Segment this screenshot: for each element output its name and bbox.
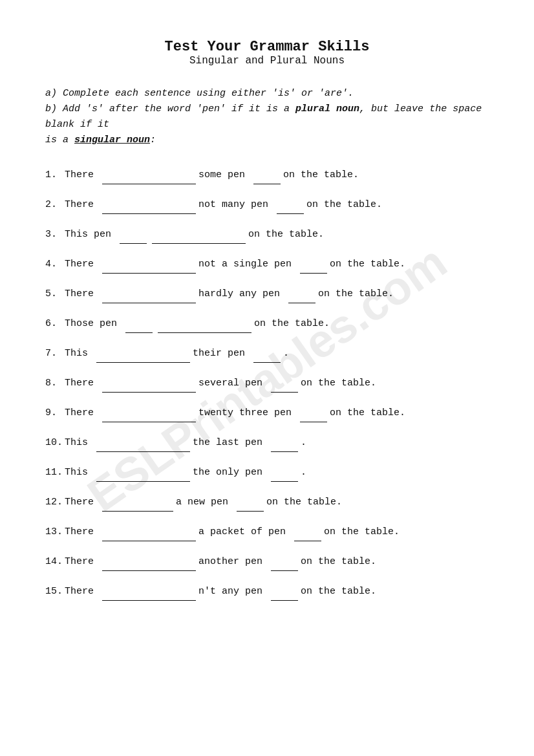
blank-short[interactable] bbox=[277, 196, 304, 214]
sentence-row: 7.This their pen . bbox=[45, 345, 489, 363]
blank-long[interactable] bbox=[102, 374, 196, 393]
sentence-number: 5. bbox=[45, 288, 65, 299]
sentence-text: There a new pen on the table. bbox=[65, 493, 489, 512]
sentence-word: . bbox=[301, 467, 306, 478]
sentence-word: There bbox=[65, 259, 100, 270]
blank-short[interactable] bbox=[253, 345, 281, 363]
blank-long[interactable] bbox=[96, 464, 190, 482]
sentence-row: 10.This the last pen . bbox=[45, 434, 489, 452]
sentence-text: There several pen on the table. bbox=[65, 374, 489, 393]
blank-short[interactable] bbox=[271, 464, 298, 482]
sentences-container: 1.There some pen on the table. 2.There n… bbox=[45, 166, 489, 601]
sentence-word: This pen bbox=[65, 229, 117, 240]
instruction-b-4: : bbox=[150, 135, 156, 146]
sentence-row: 14.There another pen on the table. bbox=[45, 553, 489, 571]
sentence-row: 13.There a packet of pen on the table. bbox=[45, 523, 489, 541]
sentence-text: Those pen on the table. bbox=[65, 315, 489, 333]
blank-long[interactable] bbox=[102, 583, 196, 601]
sentence-text: There a packet of pen on the table. bbox=[65, 523, 489, 541]
sentence-text: There twenty three pen on the table. bbox=[65, 404, 489, 422]
sentence-row: 4.There not a single pen on the table. bbox=[45, 255, 489, 274]
sentence-number: 8. bbox=[45, 378, 65, 389]
sentence-word: There bbox=[65, 378, 100, 389]
blank-short[interactable] bbox=[271, 434, 298, 452]
sentence-text: This pen on the table. bbox=[65, 226, 489, 244]
blank-short[interactable] bbox=[271, 374, 298, 393]
blank-long[interactable] bbox=[102, 523, 196, 541]
instruction-b-bold: plural noun bbox=[295, 103, 359, 114]
sentence-text: This the last pen . bbox=[65, 434, 489, 452]
sentence-word: on the table. bbox=[283, 169, 359, 180]
sentence-row: 11.This the only pen . bbox=[45, 464, 489, 482]
sentence-text: This the only pen . bbox=[65, 464, 489, 482]
sentence-row: 1.There some pen on the table. bbox=[45, 166, 489, 184]
sentence-number: 14. bbox=[45, 556, 65, 567]
sentence-word: some pen bbox=[198, 169, 251, 180]
blank-short[interactable] bbox=[271, 553, 298, 571]
sentence-word: n't any pen bbox=[198, 586, 268, 597]
sentence-word: the last pen bbox=[193, 437, 268, 448]
blank-long[interactable] bbox=[102, 255, 196, 274]
sentence-word: Those pen bbox=[65, 318, 123, 329]
sentence-number: 1. bbox=[45, 169, 65, 180]
sentence-word: on the table. bbox=[330, 259, 405, 270]
sentence-word: another pen bbox=[198, 556, 268, 567]
blank-short[interactable] bbox=[288, 285, 315, 303]
sentence-text: There not many pen on the table. bbox=[65, 196, 489, 214]
blank-short[interactable] bbox=[237, 493, 264, 512]
sentence-text: There not a single pen on the table. bbox=[65, 255, 489, 274]
sentence-word: not a single pen bbox=[198, 259, 297, 270]
sentence-word: the only pen bbox=[193, 467, 268, 478]
sentence-word: There bbox=[65, 497, 100, 508]
title-section: Test Your Grammar Skills Singular and Pl… bbox=[45, 39, 489, 67]
blank-long[interactable] bbox=[102, 553, 196, 571]
blank-short[interactable] bbox=[271, 583, 298, 601]
sentence-word: several pen bbox=[198, 378, 268, 389]
sentence-word: on the table. bbox=[301, 378, 376, 389]
sentence-word: a new pen bbox=[176, 497, 234, 508]
sentence-word: on the table. bbox=[266, 497, 342, 508]
sentence-word: This bbox=[65, 467, 94, 478]
sentence-row: 9.There twenty three pen on the table. bbox=[45, 404, 489, 422]
sentence-row: 6.Those pen on the table. bbox=[45, 315, 489, 333]
blank-short[interactable] bbox=[125, 315, 153, 333]
blank-medium[interactable] bbox=[102, 493, 173, 512]
blank-long[interactable] bbox=[102, 166, 196, 184]
blank-long[interactable] bbox=[152, 226, 246, 244]
sentence-word: a packet of pen bbox=[198, 526, 292, 537]
sentence-text: There n't any pen on the table. bbox=[65, 583, 489, 601]
blank-long[interactable] bbox=[158, 315, 251, 333]
sentence-row: 15.There n't any pen on the table. bbox=[45, 583, 489, 601]
blank-short[interactable] bbox=[300, 404, 327, 422]
blank-short[interactable] bbox=[120, 226, 147, 244]
sentence-word: on the table. bbox=[324, 526, 400, 537]
sentence-word: . bbox=[301, 437, 306, 448]
sentence-row: 12.There a new pen on the table. bbox=[45, 493, 489, 512]
sentence-word: This bbox=[65, 348, 94, 359]
blank-long[interactable] bbox=[96, 345, 190, 363]
sentence-number: 7. bbox=[45, 348, 65, 359]
blank-short[interactable] bbox=[300, 255, 327, 274]
sentence-number: 13. bbox=[45, 526, 65, 537]
sentence-number: 3. bbox=[45, 229, 65, 240]
blank-short[interactable] bbox=[294, 523, 321, 541]
sentence-word: This bbox=[65, 437, 94, 448]
sentence-word: twenty three pen bbox=[198, 407, 297, 418]
blank-short[interactable] bbox=[253, 166, 281, 184]
blank-long[interactable] bbox=[96, 434, 190, 452]
sentence-row: 5.There hardly any pen on the table. bbox=[45, 285, 489, 303]
sentence-word: on the table. bbox=[254, 318, 330, 329]
sentence-number: 9. bbox=[45, 407, 65, 418]
blank-long[interactable] bbox=[102, 404, 196, 422]
sentence-number: 12. bbox=[45, 497, 65, 508]
instruction-b: b) Add 's' after the word 'pen' if it is… bbox=[45, 102, 489, 148]
sentence-word: on the table. bbox=[306, 199, 382, 210]
instruction-b-1: b) Add 's' after the word 'pen' if it is… bbox=[45, 103, 295, 114]
sentence-word: There bbox=[65, 288, 100, 299]
sentence-word: on the table. bbox=[301, 586, 376, 597]
blank-long[interactable] bbox=[102, 196, 196, 214]
sentence-word: hardly any pen bbox=[198, 288, 286, 299]
instruction-a: a) Complete each sentence using either '… bbox=[45, 86, 489, 102]
blank-long[interactable] bbox=[102, 285, 196, 303]
sentence-word: on the table. bbox=[248, 229, 324, 240]
